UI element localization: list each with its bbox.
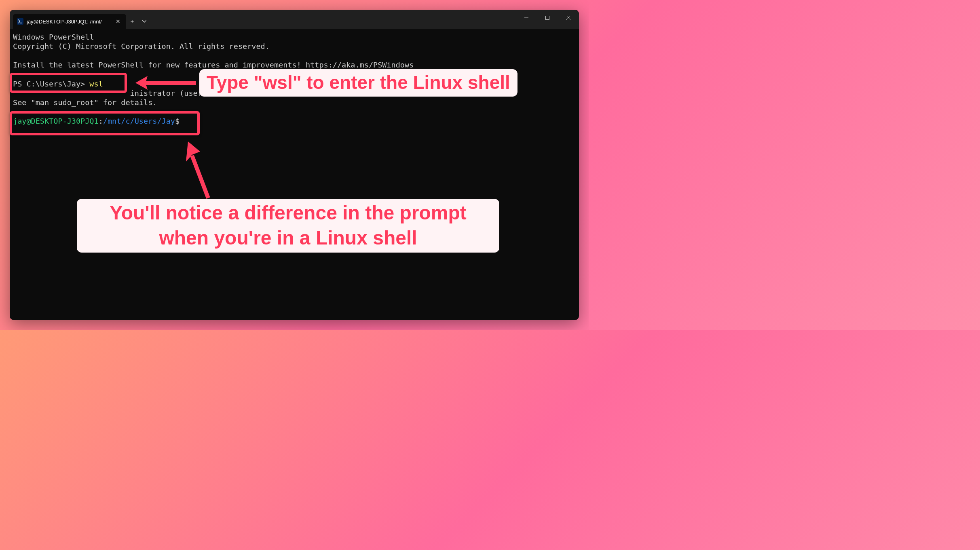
- ps-header-line2: Copyright (C) Microsoft Corporation. All…: [13, 42, 270, 51]
- arrow-to-wsl-icon: [133, 73, 198, 93]
- window-controls: [516, 10, 579, 26]
- svg-rect-1: [546, 16, 549, 20]
- titlebar: jay@DESKTOP-J30PJQ1: /mnt/ ✕ ＋: [10, 10, 579, 29]
- ps-install-line: Install the latest PowerShell for new fe…: [13, 61, 414, 69]
- close-window-button[interactable]: [558, 10, 579, 26]
- tab-dropdown-button[interactable]: [138, 14, 150, 29]
- close-tab-icon[interactable]: ✕: [114, 17, 122, 25]
- terminal-window: jay@DESKTOP-J30PJQ1: /mnt/ ✕ ＋ Windows P…: [10, 10, 579, 320]
- active-tab[interactable]: jay@DESKTOP-J30PJQ1: /mnt/ ✕: [13, 14, 126, 29]
- powershell-icon: [17, 18, 23, 25]
- sudo-line: See "man sudo_root" for details.: [13, 98, 157, 107]
- minimize-button[interactable]: [516, 10, 537, 26]
- callout-wsl: Type "wsl" to enter the Linux shell: [199, 69, 517, 97]
- new-tab-button[interactable]: ＋: [126, 14, 138, 29]
- maximize-button[interactable]: [537, 10, 558, 26]
- tab-title: jay@DESKTOP-J30PJQ1: /mnt/: [27, 19, 111, 25]
- ps-header-line1: Windows PowerShell: [13, 33, 94, 41]
- callout-prompt: You'll notice a difference in the prompt…: [77, 199, 499, 253]
- highlight-box-wsl-command: [10, 73, 127, 93]
- arrow-to-prompt-icon: [178, 135, 218, 200]
- highlight-box-linux-prompt: [10, 111, 200, 135]
